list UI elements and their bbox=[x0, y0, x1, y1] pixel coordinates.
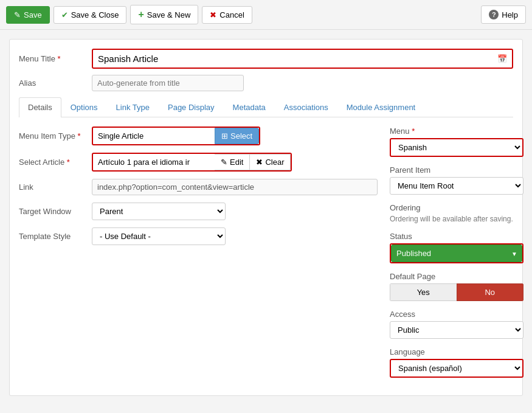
parent-item-select[interactable]: Menu Item Root bbox=[390, 177, 523, 195]
template-style-row: Template Style - Use Default - bbox=[19, 227, 378, 245]
right-column: Menu Spanish Main Menu Parent Item Menu … bbox=[390, 127, 523, 386]
left-column: Menu Item Type ⊞ Select Select Article bbox=[19, 127, 378, 386]
parent-item-field: Parent Item Menu Item Root bbox=[390, 165, 523, 195]
parent-item-label: Parent Item bbox=[390, 165, 523, 175]
menu-item-type-label: Menu Item Type bbox=[19, 131, 92, 141]
select-article-row: Select Article ✎ Edit ✖ Clear bbox=[19, 153, 378, 172]
menu-field: Menu Spanish Main Menu bbox=[390, 127, 523, 157]
grid-icon: ⊞ bbox=[221, 131, 228, 141]
target-window-row: Target Window Parent New Window with Nav… bbox=[19, 203, 378, 220]
edit-icon: ✎ bbox=[221, 158, 227, 167]
default-no-button[interactable]: No bbox=[457, 283, 524, 301]
menu-title-row: Menu Title 📅 bbox=[19, 49, 513, 69]
alias-input[interactable] bbox=[92, 75, 244, 91]
tab-associations[interactable]: Associations bbox=[275, 97, 337, 117]
menu-field-label: Menu bbox=[390, 127, 523, 136]
link-row: Link bbox=[19, 179, 378, 195]
target-window-select[interactable]: Parent New Window with Navigation New Wi… bbox=[92, 203, 226, 220]
question-icon: ? bbox=[489, 10, 499, 19]
link-label: Link bbox=[19, 182, 92, 192]
tab-link-type[interactable]: Link Type bbox=[107, 97, 159, 117]
cancel-button[interactable]: ✖ Cancel bbox=[202, 6, 252, 24]
menu-title-label: Menu Title bbox=[19, 54, 92, 63]
tab-details[interactable]: Details bbox=[19, 97, 61, 117]
tab-metadata[interactable]: Metadata bbox=[224, 97, 275, 117]
save-icon: ✎ bbox=[14, 10, 21, 19]
menu-item-type-input[interactable] bbox=[93, 128, 215, 144]
x-icon: ✖ bbox=[210, 10, 216, 19]
status-select[interactable]: Published Unpublished Trashed bbox=[391, 245, 522, 262]
calendar-icon[interactable]: 📅 bbox=[497, 54, 507, 63]
access-field: Access Public Registered Special Super U… bbox=[390, 310, 523, 339]
status-field: Status Published Unpublished Trashed bbox=[390, 232, 523, 263]
menu-item-type-row: Menu Item Type ⊞ Select bbox=[19, 127, 378, 145]
select-button[interactable]: ⊞ Select bbox=[215, 128, 259, 144]
language-field: Language Spanish (español) All English (… bbox=[390, 347, 523, 378]
alias-label: Alias bbox=[19, 78, 92, 88]
ordering-field: Ordering Ordering will be available afte… bbox=[390, 203, 523, 223]
template-style-label: Template Style bbox=[19, 232, 92, 241]
template-style-select[interactable]: - Use Default - bbox=[92, 227, 226, 245]
check-icon: ✔ bbox=[61, 10, 68, 19]
menu-select[interactable]: Spanish Main Menu bbox=[391, 139, 522, 156]
toolbar: ✎ Save ✔ Save & Close + Save & New ✖ Can… bbox=[0, 0, 532, 30]
menu-title-input[interactable] bbox=[93, 50, 512, 68]
access-label: Access bbox=[390, 310, 523, 319]
default-yes-button[interactable]: Yes bbox=[390, 283, 457, 301]
status-label: Status bbox=[390, 232, 523, 241]
clear-icon: ✖ bbox=[256, 158, 263, 167]
alias-row: Alias bbox=[19, 75, 513, 91]
main-content: Menu Title 📅 Alias Details Options Link … bbox=[0, 30, 532, 405]
tab-options[interactable]: Options bbox=[61, 97, 107, 117]
plus-icon: + bbox=[138, 9, 143, 20]
default-page-field: Default Page Yes No bbox=[390, 272, 523, 301]
ordering-label: Ordering bbox=[390, 203, 523, 212]
content-area: Menu Item Type ⊞ Select Select Article bbox=[19, 127, 513, 386]
link-input bbox=[92, 179, 378, 195]
ordering-note: Ordering will be available after saving. bbox=[390, 215, 523, 223]
help-button[interactable]: ? Help bbox=[481, 5, 526, 24]
article-input[interactable] bbox=[93, 154, 215, 170]
edit-button[interactable]: ✎ Edit bbox=[215, 154, 250, 170]
tab-page-display[interactable]: Page Display bbox=[159, 97, 224, 117]
language-label: Language bbox=[390, 347, 523, 356]
target-window-label: Target Window bbox=[19, 207, 92, 216]
language-select[interactable]: Spanish (español) All English (en-GB) bbox=[391, 360, 522, 377]
default-page-label: Default Page bbox=[390, 272, 523, 281]
default-page-toggle: Yes No bbox=[390, 283, 523, 301]
save-new-button[interactable]: + Save & New bbox=[130, 5, 198, 24]
access-select[interactable]: Public Registered Special Super Users bbox=[390, 321, 523, 339]
clear-button[interactable]: ✖ Clear bbox=[250, 154, 291, 170]
select-article-label: Select Article bbox=[19, 158, 92, 167]
save-close-button[interactable]: ✔ Save & Close bbox=[54, 6, 127, 24]
tab-module-assignment[interactable]: Module Assignment bbox=[337, 97, 424, 117]
save-button[interactable]: ✎ Save bbox=[6, 6, 50, 24]
tabs-bar: Details Options Link Type Page Display M… bbox=[19, 97, 513, 117]
